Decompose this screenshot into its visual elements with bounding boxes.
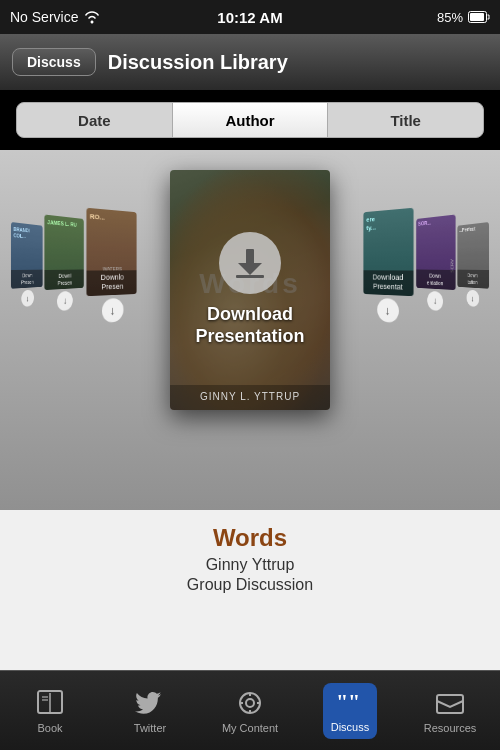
resources-icon — [434, 687, 466, 719]
tab-book-label: Book — [37, 722, 62, 734]
book-title: Words — [20, 524, 480, 552]
svg-point-10 — [246, 699, 254, 707]
seg-author[interactable]: Author — [173, 103, 329, 137]
battery-icon — [468, 11, 490, 23]
book-far-left-2[interactable]: JAMES L. RU DownlPresen ↓ — [44, 215, 83, 315]
main-content: Date Author Title BRANDICOL... DownPrese… — [0, 90, 500, 670]
book-icon — [34, 687, 66, 719]
book-author: Ginny Yttrup — [20, 556, 480, 574]
book-right[interactable]: erety... DownloadPresentat ↓ — [363, 208, 413, 327]
tab-resources[interactable]: Resources — [410, 687, 490, 734]
discuss-tab-highlight: " " Discuss — [323, 683, 378, 739]
tab-resources-label: Resources — [424, 722, 477, 734]
back-button[interactable]: Discuss — [12, 48, 96, 76]
my-content-icon — [234, 687, 266, 719]
svg-rect-4 — [236, 275, 264, 278]
tab-book[interactable]: Book — [10, 687, 90, 734]
time-display: 10:12 AM — [217, 9, 282, 26]
book-far-left-1[interactable]: BRANDICOL... DownPresen ↓ — [11, 222, 43, 310]
svg-marker-3 — [238, 263, 262, 275]
wifi-icon — [84, 10, 100, 24]
svg-text:": " — [348, 689, 360, 714]
book-info: Words Ginny Yttrup Group Discussion — [0, 510, 500, 670]
seg-date[interactable]: Date — [17, 103, 173, 137]
carousel-area: BRANDICOL... DownPresen ↓ JAMES L. RU Do… — [0, 150, 500, 510]
center-book-author: GINNY L. YTTRUP — [174, 391, 326, 402]
nav-title: Discussion Library — [108, 51, 488, 74]
signal-label: No Service — [10, 9, 78, 25]
discuss-icon: " " — [334, 685, 366, 717]
svg-rect-2 — [246, 249, 254, 265]
center-download-circle — [219, 232, 281, 294]
tab-my-content-label: My Content — [222, 722, 278, 734]
tab-bar: Book Twitter My Content — [0, 670, 500, 750]
tab-discuss-label: Discuss — [331, 721, 370, 733]
svg-rect-17 — [437, 695, 463, 713]
segmented-control: Date Author Title — [16, 102, 484, 138]
seg-title[interactable]: Title — [328, 103, 483, 137]
battery-label: 85% — [437, 10, 463, 25]
center-download-label: DownloadPresentation — [195, 304, 304, 347]
tab-my-content[interactable]: My Content — [210, 687, 290, 734]
tab-discuss[interactable]: " " Discuss — [310, 683, 390, 739]
tab-twitter[interactable]: Twitter — [110, 687, 190, 734]
center-book[interactable]: Words DownloadPresentation GINNY L. YTTR… — [170, 170, 330, 410]
status-bar: No Service 10:12 AM 85% — [0, 0, 500, 34]
book-far-right-2[interactable]: ...Perfect Downtation ↓ — [457, 222, 489, 310]
svg-rect-1 — [470, 13, 484, 21]
nav-bar: Discuss Discussion Library — [0, 34, 500, 90]
book-type: Group Discussion — [20, 576, 480, 594]
tab-twitter-label: Twitter — [134, 722, 166, 734]
twitter-icon — [134, 687, 166, 719]
book-left[interactable]: RO... WATERS DownloPresen ↓ — [86, 208, 136, 327]
svg-text:": " — [336, 689, 348, 714]
book-far-right-1[interactable]: SOR... SCRV Downentation ↓ — [416, 215, 455, 315]
